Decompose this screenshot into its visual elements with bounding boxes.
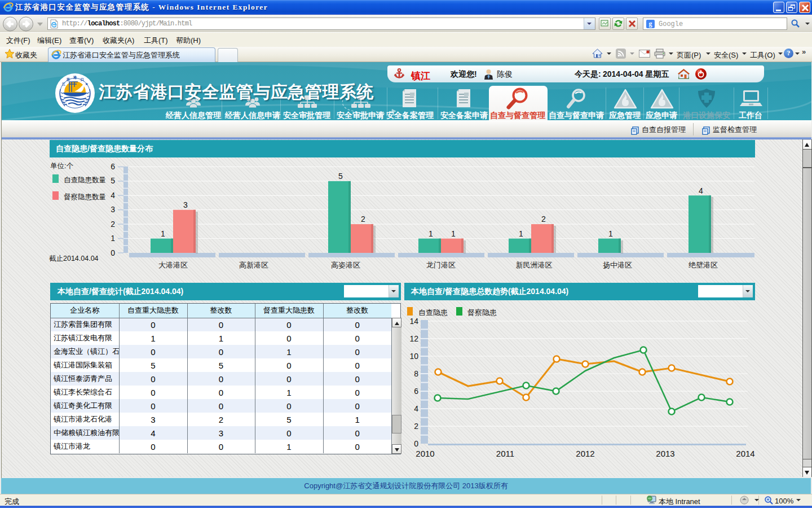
svg-text:1: 1 — [429, 229, 433, 238]
svg-text:高姿港区: 高姿港区 — [331, 261, 360, 269]
svg-text:4: 4 — [111, 191, 115, 200]
svg-text:大港港区: 大港港区 — [158, 261, 188, 269]
svg-text:0: 0 — [414, 439, 418, 448]
svg-text:龙门港区: 龙门港区 — [426, 261, 456, 269]
svg-text:高新港区: 高新港区 — [239, 261, 268, 269]
svg-text:1: 1 — [608, 229, 613, 238]
svg-text:5: 5 — [338, 172, 343, 181]
svg-text:2: 2 — [414, 422, 418, 431]
svg-text:绝壁港区: 绝壁港区 — [689, 261, 718, 269]
svg-text:2: 2 — [111, 220, 115, 229]
svg-text:1: 1 — [111, 234, 115, 243]
svg-text:14: 14 — [409, 317, 418, 326]
svg-text:1: 1 — [161, 229, 165, 238]
svg-text:5: 5 — [111, 176, 115, 185]
svg-text:2011: 2011 — [496, 449, 514, 458]
svg-text:6: 6 — [414, 387, 418, 396]
svg-text:12: 12 — [409, 334, 418, 343]
svg-text:2012: 2012 — [576, 449, 594, 458]
svg-text:1: 1 — [451, 229, 456, 238]
svg-text:3: 3 — [183, 200, 188, 209]
svg-text:2: 2 — [541, 214, 546, 224]
svg-text:1: 1 — [519, 229, 523, 238]
svg-text:4: 4 — [414, 404, 418, 413]
svg-text:3: 3 — [111, 205, 115, 214]
svg-text:8: 8 — [414, 369, 418, 378]
svg-text:6: 6 — [111, 162, 115, 171]
svg-text:苏: 苏 — [66, 77, 70, 82]
svg-text:10: 10 — [409, 352, 418, 361]
svg-text:新民洲港区: 新民洲港区 — [516, 261, 553, 269]
svg-text:0: 0 — [111, 248, 115, 257]
svg-text:2: 2 — [361, 214, 365, 224]
svg-text:2010: 2010 — [416, 449, 434, 458]
svg-text:港: 港 — [73, 75, 77, 80]
svg-text:扬中港区: 扬中港区 — [603, 261, 632, 269]
svg-text:2013: 2013 — [656, 449, 674, 458]
svg-text:2014: 2014 — [736, 449, 754, 458]
svg-text:4: 4 — [699, 186, 703, 195]
